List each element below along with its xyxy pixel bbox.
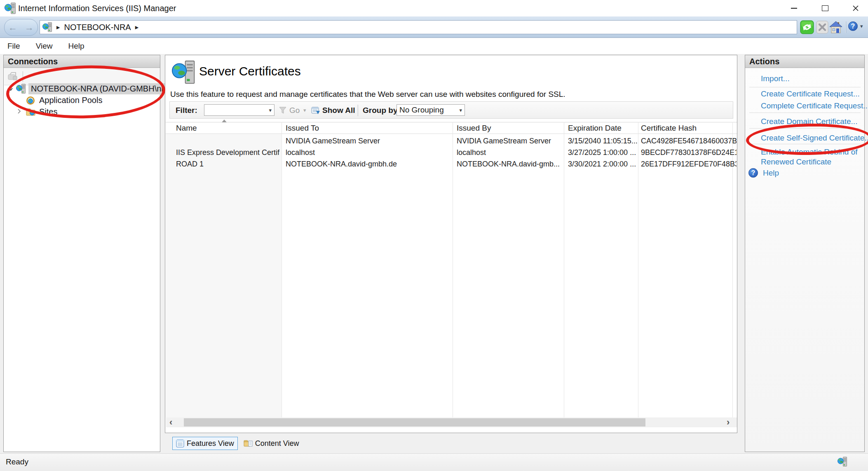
cell-issued-to: localhost — [286, 148, 450, 157]
menu-view[interactable]: View — [36, 42, 53, 51]
iis-breadcrumb-icon — [42, 22, 52, 33]
tab-features-view-label: Features View — [187, 439, 234, 448]
iis-logo-icon — [4, 2, 16, 15]
cell-issued-by: localhost — [457, 148, 562, 157]
filter-label: Filter: — [176, 106, 197, 115]
tab-content-view-label: Content View — [255, 439, 299, 448]
show-all-icon — [311, 105, 321, 115]
cell-name: ROAD 1 — [176, 160, 280, 169]
actions-panel: Actions Import... Create Certificate Req… — [745, 55, 865, 452]
content-view-icon — [244, 439, 253, 448]
address-breadcrumb-bar[interactable]: ▶ NOTEBOOK-NRA ▶ — [40, 20, 797, 34]
breadcrumb-arrow-icon[interactable]: ▶ — [135, 25, 138, 30]
menu-help[interactable]: Help — [68, 42, 84, 51]
tree-collapsed-chevron-icon[interactable] — [17, 108, 22, 114]
toolbar-separator — [845, 21, 846, 33]
column-header-name[interactable]: Name — [176, 124, 197, 133]
table-row[interactable]: NVIDIA GameStream Server NVIDIA GameStre… — [165, 137, 737, 148]
column-header-expiration-date[interactable]: Expiration Date — [568, 124, 622, 133]
nav-history-group: ← → — [4, 19, 38, 36]
iis-manager-window: Internet Information Services (IIS) Mana… — [0, 0, 868, 471]
window-title: Internet Information Services (IIS) Mana… — [18, 4, 176, 13]
action-import[interactable]: Import... — [761, 74, 790, 83]
page-title: Server Certificates — [199, 64, 301, 78]
table-row[interactable]: IIS Express Development Certif... localh… — [165, 148, 737, 160]
forward-button[interactable]: → — [25, 23, 34, 32]
cell-issued-by: NOTEBOOK-NRA.david-gmb... — [457, 160, 562, 169]
breadcrumb-server[interactable]: NOTEBOOK-NRA — [64, 23, 131, 32]
group-by-caret-icon: ▾ — [459, 107, 462, 113]
cell-name: IIS Express Development Certif... — [176, 148, 280, 157]
action-create-certificate-request[interactable]: Create Certificate Request... — [761, 89, 860, 98]
restart-icon — [800, 20, 814, 34]
page-description: Use this feature to request and manage c… — [170, 90, 565, 99]
close-icon — [852, 5, 859, 12]
filter-caret-icon[interactable]: ▾ — [269, 107, 272, 113]
actions-divider — [749, 87, 861, 87]
minimize-button[interactable] — [781, 0, 806, 16]
help-dropdown-caret-icon: ▾ — [860, 23, 863, 29]
status-bar: Ready — [0, 453, 868, 471]
title-bar: Internet Information Services (IIS) Mana… — [0, 0, 868, 16]
help-menu-button[interactable]: ? ▾ — [848, 21, 863, 31]
group-by-value: No Grouping — [399, 105, 444, 115]
stop-button — [816, 20, 830, 34]
close-button[interactable] — [843, 0, 868, 16]
actions-header: Actions — [745, 55, 864, 68]
action-help[interactable]: ? Help — [748, 168, 779, 178]
table-header-top-border — [166, 122, 737, 122]
cell-hash: CAC4928FE546718460037BF — [641, 137, 737, 145]
cell-issued-to: NOTEBOOK-NRA.david-gmbh.de — [286, 160, 450, 169]
cell-expiration: 3/27/2025 1:00:00 ... — [568, 148, 637, 157]
maximize-icon — [822, 5, 828, 11]
show-all-button[interactable]: Show All — [322, 106, 355, 115]
table-header-bottom-border — [166, 134, 737, 134]
cell-issued-by: NVIDIA GameStream Server — [457, 137, 562, 145]
features-view-icon — [176, 439, 184, 448]
cell-hash: 9BECDF778301378F6D24E1F — [641, 148, 737, 157]
navigation-bar: ← → ▶ NOTEBOOK-NRA ▶ — [0, 16, 868, 38]
horizontal-scrollbar[interactable]: ‹ › — [166, 417, 737, 427]
home-button[interactable] — [829, 20, 843, 34]
sort-ascending-icon — [222, 120, 227, 122]
minimize-icon — [791, 8, 797, 9]
sorted-column-tint — [166, 134, 282, 417]
menu-bar: File View Help — [0, 38, 868, 54]
filter-funnel-icon-disabled — [279, 106, 287, 115]
cell-expiration: 3/15/2040 11:05:15... — [568, 137, 637, 145]
column-header-certificate-hash[interactable]: Certificate Hash — [641, 124, 697, 133]
table-row[interactable]: ROAD 1 NOTEBOOK-NRA.david-gmbh.de NOTEBO… — [165, 160, 737, 171]
home-icon — [829, 20, 843, 34]
maximize-button[interactable] — [813, 0, 838, 16]
scroll-right-arrow[interactable]: › — [727, 418, 730, 427]
status-iis-icon — [838, 456, 847, 468]
back-button[interactable]: ← — [8, 23, 17, 32]
tab-features-view[interactable]: Features View — [172, 437, 238, 450]
view-tabs: Features View Content View — [172, 437, 302, 450]
group-by-label: Group by: — [363, 106, 400, 115]
scroll-left-arrow[interactable]: ‹ — [169, 418, 172, 427]
column-header-issued-to[interactable]: Issued To — [286, 124, 319, 133]
action-complete-certificate-request[interactable]: Complete Certificate Request... — [761, 101, 868, 110]
restart-button[interactable] — [800, 20, 814, 34]
cell-issued-to: NVIDIA GameStream Server — [286, 137, 450, 145]
group-by-select[interactable]: No Grouping ▾ — [396, 104, 465, 116]
column-header-issued-by[interactable]: Issued By — [457, 124, 491, 133]
scrollbar-thumb[interactable] — [184, 418, 645, 426]
cell-expiration: 3/30/2021 2:00:00 ... — [568, 160, 637, 169]
menu-file[interactable]: File — [7, 42, 20, 51]
actions-divider — [749, 112, 861, 113]
tab-content-view[interactable]: Content View — [240, 437, 303, 450]
help-icon: ? — [848, 21, 858, 31]
help-icon: ? — [748, 168, 758, 178]
go-button-disabled: Go — [289, 106, 300, 115]
filter-toolbar: Filter: ▾ Go ▾ Show All Group by: No Gro… — [169, 101, 733, 119]
filter-input[interactable]: ▾ — [204, 104, 274, 116]
action-help-label[interactable]: Help — [763, 169, 779, 178]
cell-hash: 26E17DFF912EFDE70F48B3C — [641, 160, 737, 169]
breadcrumb-arrow-icon: ▶ — [56, 25, 60, 30]
stop-icon-disabled — [816, 20, 829, 34]
server-certificates-icon — [172, 60, 196, 86]
go-dropdown-caret-icon: ▾ — [303, 107, 306, 113]
status-ready: Ready — [6, 457, 28, 466]
